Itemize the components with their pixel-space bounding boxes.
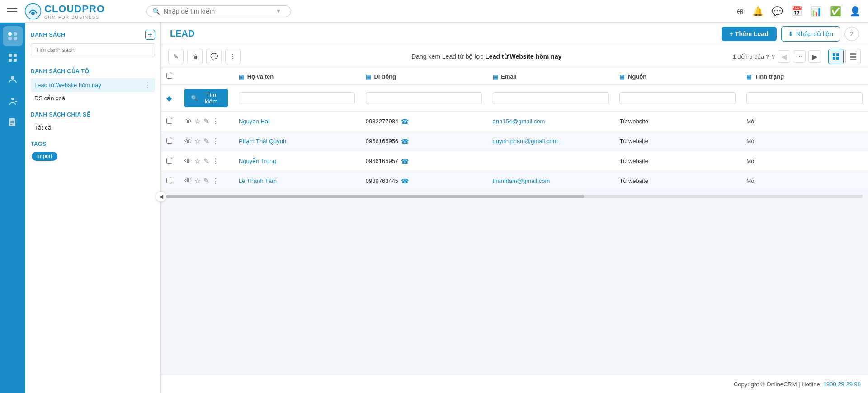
lead-name-1[interactable]: Nguyen Hai xyxy=(239,118,269,125)
phone-call-icon-2[interactable]: ☎ xyxy=(401,138,409,145)
chart-icon[interactable]: 📊 xyxy=(811,6,822,17)
horizontal-scrollbar[interactable] xyxy=(166,195,863,198)
col-source-icon: ▤ xyxy=(619,74,624,80)
danh-sach-title: DANH SÁCH + xyxy=(31,30,155,40)
view-icon-4[interactable]: 👁 xyxy=(184,177,192,185)
import-icon: ⬇ xyxy=(788,30,793,37)
row-checkbox-3[interactable] xyxy=(166,158,172,164)
search-filter-button[interactable]: 🔍 Tìm kiếm xyxy=(184,89,228,107)
prev-page-button[interactable]: ◀ xyxy=(778,50,790,63)
tag-import[interactable]: import xyxy=(32,152,57,161)
col-phone[interactable]: ▤ Di động xyxy=(360,68,487,85)
email-4[interactable]: thanhtam@gmail.com xyxy=(493,178,550,184)
bell-icon[interactable]: 🔔 xyxy=(752,6,764,17)
row-checkbox-1[interactable] xyxy=(166,118,172,124)
lead-name-2[interactable]: Phạm Thái Quỳnh xyxy=(239,138,286,145)
col-source[interactable]: ▤ Nguồn xyxy=(614,68,741,85)
lead-name-4[interactable]: Lê Thanh Tâm xyxy=(239,178,277,184)
edit-icon-2[interactable]: ✎ xyxy=(203,137,209,145)
view-icon-1[interactable]: 👁 xyxy=(184,117,192,126)
col-name[interactable]: ▤ Họ và tên xyxy=(233,68,360,85)
edit-toolbar-button[interactable]: ✎ xyxy=(168,49,184,64)
row-checkbox-2[interactable] xyxy=(166,138,172,144)
task-icon[interactable]: ✅ xyxy=(830,6,841,17)
next-page-button[interactable]: ▶ xyxy=(808,50,821,63)
svg-rect-2 xyxy=(8,32,12,36)
footer-copyright: Copyright © OnlineCRM | Hotline: 1900 29… xyxy=(734,381,861,388)
more-icon-4[interactable]: ⋮ xyxy=(212,177,219,185)
collapse-sidebar-button[interactable]: ◀ xyxy=(156,191,166,202)
search-list-input[interactable] xyxy=(31,43,155,56)
phone-call-icon-4[interactable]: ☎ xyxy=(401,178,409,185)
edit-icon-4[interactable]: ✎ xyxy=(203,177,209,185)
list-item-tat-ca[interactable]: Tất cả xyxy=(31,122,155,134)
phone-1: 0982277984 xyxy=(366,118,398,125)
table-row: 👁 ☆ ✎ ⋮ Nguyen Hai 0982277984 ☎ anh154@g… xyxy=(161,111,868,131)
view-icon-3[interactable]: 👁 xyxy=(184,157,192,165)
sidebar-item-leads[interactable] xyxy=(3,26,23,46)
lead-name-3[interactable]: Nguyễn Trung xyxy=(239,158,276,164)
list-view-button[interactable] xyxy=(845,49,861,64)
svg-point-0 xyxy=(25,3,41,19)
add-lead-button[interactable]: + Thêm Lead xyxy=(722,27,777,41)
star-icon-1[interactable]: ☆ xyxy=(194,117,201,126)
search-input[interactable] xyxy=(164,8,272,15)
phone-call-icon-3[interactable]: ☎ xyxy=(401,158,409,165)
calendar-icon[interactable]: 📅 xyxy=(791,6,802,17)
star-icon-4[interactable]: ☆ xyxy=(194,177,201,185)
list-item-more-icon[interactable]: ⋮ xyxy=(144,81,151,89)
chat-icon[interactable]: 💬 xyxy=(772,6,783,17)
danh-sach-section: DANH SÁCH + xyxy=(31,30,155,61)
sidebar-item-person[interactable] xyxy=(3,91,23,111)
more-icon-2[interactable]: ⋮ xyxy=(212,137,219,145)
email-2[interactable]: quynh.pham@gmail.com xyxy=(493,138,558,145)
filter-name-input[interactable] xyxy=(239,92,355,104)
more-icon-1[interactable]: ⋮ xyxy=(212,117,219,126)
edit-icon-1[interactable]: ✎ xyxy=(203,117,209,126)
svg-rect-3 xyxy=(14,32,17,36)
grid-view-button[interactable] xyxy=(828,49,844,64)
sidebar-item-contacts[interactable] xyxy=(3,70,23,89)
table-row: 👁 ☆ ✎ ⋮ Nguyễn Trung 0966165957 ☎ Từ web… xyxy=(161,151,868,171)
star-icon-2[interactable]: ☆ xyxy=(194,137,201,145)
svg-rect-18 xyxy=(836,53,839,56)
more-toolbar-button[interactable]: ⋮ xyxy=(225,49,241,64)
col-email[interactable]: ▤ Email xyxy=(487,68,614,85)
view-icon-2[interactable]: 👁 xyxy=(184,137,192,145)
help-button[interactable]: ? xyxy=(844,27,859,41)
phone-2: 0966165956 xyxy=(366,138,398,145)
svg-rect-23 xyxy=(850,59,856,60)
search-bar[interactable]: 🔍 ▼ xyxy=(146,5,291,17)
list-item-lead-website[interactable]: Lead từ Website hôm nay ⋮ xyxy=(31,78,155,92)
topbar-actions: ⊕ 🔔 💬 📅 📊 ✅ 👤 xyxy=(736,6,861,17)
add-icon[interactable]: ⊕ xyxy=(736,6,744,17)
delete-toolbar-button[interactable]: 🗑 xyxy=(187,49,203,64)
main-content: LEAD + Thêm Lead ⬇ Nhập dữ liệu ? ✎ 🗑 💬 … xyxy=(161,23,868,393)
user-icon[interactable]: 👤 xyxy=(849,6,861,17)
sidebar-item-document[interactable] xyxy=(3,113,23,133)
filter-status-input[interactable] xyxy=(746,92,863,104)
star-icon-3[interactable]: ☆ xyxy=(194,157,201,165)
row-checkbox-4[interactable] xyxy=(166,178,172,183)
list-item-ds-can-xoa[interactable]: DS cần xoá xyxy=(31,92,155,104)
phone-3: 0966165957 xyxy=(366,158,398,164)
col-status[interactable]: ▤ Tình trạng xyxy=(741,68,868,85)
footer-hotline[interactable]: 1900 29 29 90 xyxy=(823,381,861,388)
email-1[interactable]: anh154@gmail.com xyxy=(493,118,545,125)
import-button[interactable]: ⬇ Nhập dữ liệu xyxy=(781,26,840,42)
table-toolbar: ✎ 🗑 💬 ⋮ Đang xem Lead từ bộ lọc Lead từ … xyxy=(161,45,868,68)
sidebar-item-grid[interactable] xyxy=(3,48,23,68)
filter-email-input[interactable] xyxy=(493,92,609,104)
filter-source-input[interactable] xyxy=(619,92,736,104)
phone-call-icon-1[interactable]: ☎ xyxy=(401,118,409,125)
comment-toolbar-button[interactable]: 💬 xyxy=(206,49,222,64)
more-icon-3[interactable]: ⋮ xyxy=(212,157,219,165)
select-all-checkbox[interactable] xyxy=(166,73,172,79)
edit-icon-3[interactable]: ✎ xyxy=(203,157,209,165)
filter-icon: ◆ xyxy=(166,94,172,102)
more-pages-button[interactable]: ⋯ xyxy=(793,50,806,63)
hamburger-menu[interactable] xyxy=(7,8,17,14)
table-scroll[interactable]: ▤ Họ và tên ▤ Di động ▤ Email ▤ xyxy=(161,68,868,393)
add-list-button[interactable]: + xyxy=(145,30,155,40)
filter-phone-input[interactable] xyxy=(366,92,482,104)
